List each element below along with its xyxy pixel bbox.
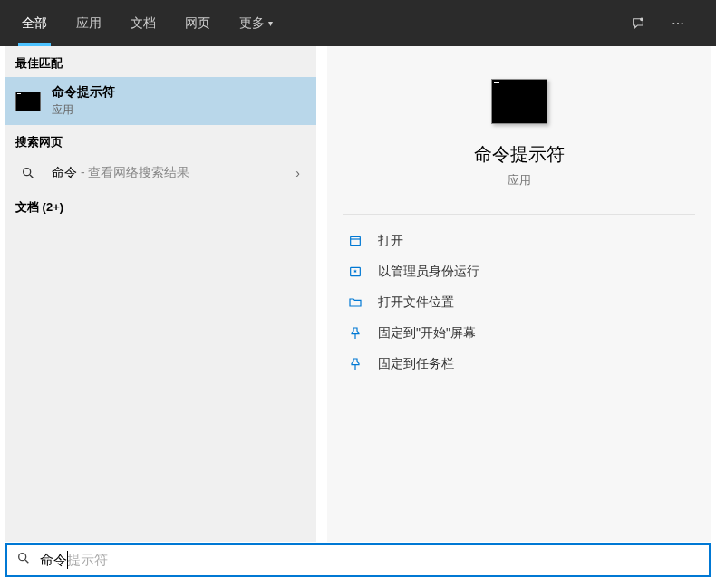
chevron-down-icon: ▾	[268, 18, 273, 28]
more-options-icon[interactable]	[662, 7, 694, 40]
svg-rect-6	[351, 236, 361, 245]
action-run-admin[interactable]: 以管理员身份运行	[343, 256, 695, 287]
cmd-large-icon	[491, 79, 547, 124]
svg-point-1	[672, 22, 674, 24]
action-label: 固定到任务栏	[378, 356, 454, 372]
action-label: 打开文件位置	[378, 294, 454, 311]
detail-panel: 命令提示符 应用 打开 以管理员身份运行	[327, 46, 711, 542]
documents-header[interactable]: 文档 (2+)	[5, 190, 316, 221]
search-icon	[16, 551, 31, 569]
action-label: 固定到"开始"屏幕	[378, 325, 476, 342]
svg-point-4	[24, 169, 31, 176]
svg-line-12	[25, 560, 28, 563]
action-open-location[interactable]: 打开文件位置	[343, 287, 695, 318]
pin-icon	[347, 325, 363, 342]
shield-icon	[347, 264, 363, 280]
tab-more-label: 更多	[239, 15, 265, 32]
folder-icon	[347, 294, 363, 311]
svg-point-11	[19, 554, 26, 561]
svg-point-0	[641, 18, 643, 21]
chevron-right-icon: ›	[295, 166, 305, 180]
web-result-text: 命令 - 查看网络搜索结果	[52, 165, 285, 181]
best-match-header: 最佳匹配	[5, 46, 316, 77]
feedback-icon[interactable]	[622, 7, 654, 40]
cmd-icon	[15, 92, 41, 111]
web-search-result[interactable]: 命令 - 查看网络搜索结果 ›	[5, 156, 316, 190]
tab-documents[interactable]: 文档	[116, 0, 170, 46]
action-label: 以管理员身份运行	[378, 264, 479, 280]
action-label: 打开	[378, 233, 403, 249]
tab-all[interactable]: 全部	[7, 0, 62, 46]
tab-more[interactable]: 更多 ▾	[225, 0, 287, 46]
search-tabs: 全部 应用 文档 网页 更多 ▾	[0, 0, 716, 46]
svg-line-5	[30, 175, 33, 178]
action-pin-taskbar[interactable]: 固定到任务栏	[343, 349, 695, 380]
tab-apps[interactable]: 应用	[62, 0, 116, 46]
result-title: 命令提示符	[52, 84, 305, 101]
result-subtitle: 应用	[52, 102, 305, 118]
detail-title: 命令提示符	[343, 142, 695, 167]
open-icon	[347, 233, 363, 249]
action-pin-start[interactable]: 固定到"开始"屏幕	[343, 318, 695, 349]
search-web-header: 搜索网页	[5, 125, 316, 156]
svg-point-2	[677, 22, 679, 24]
detail-subtitle: 应用	[343, 172, 695, 188]
results-panel: 最佳匹配 命令提示符 应用 搜索网页 命令 - 查看网络搜索结果 › 文档 (2…	[5, 46, 316, 542]
action-open[interactable]: 打开	[343, 226, 695, 256]
pin-icon	[347, 356, 363, 372]
svg-point-3	[682, 22, 683, 24]
tab-web[interactable]: 网页	[170, 0, 225, 46]
best-match-result[interactable]: 命令提示符 应用	[5, 77, 316, 125]
search-bar[interactable]: 命令提示符	[5, 543, 711, 577]
search-icon	[15, 166, 41, 180]
